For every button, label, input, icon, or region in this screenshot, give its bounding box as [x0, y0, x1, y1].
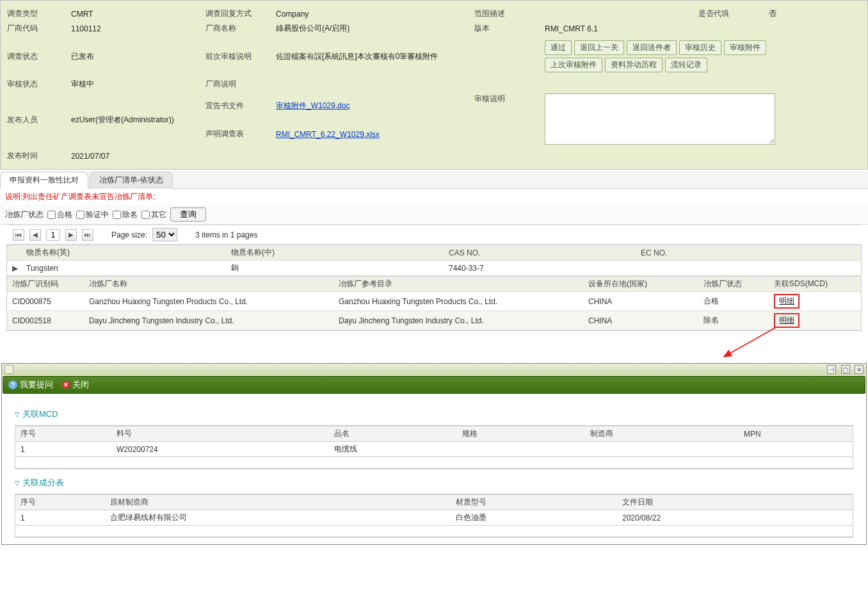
- col-partname: 品名: [329, 426, 457, 442]
- col-mpn: MPN: [739, 426, 853, 442]
- section-comp-title[interactable]: 关联成分表: [15, 477, 853, 489]
- col-maker: 制造商: [585, 426, 739, 442]
- mcd-table: 序号 料号 品名 规格 制造商 MPN 1 W20200724 电缆线: [15, 425, 853, 469]
- col-sds: 关联SDS(MCD): [769, 277, 861, 292]
- col-cas: CAS NO.: [444, 245, 636, 261]
- col-smelter-status: 冶炼厂状态: [698, 277, 769, 292]
- subwin-toolbar: ?我要提问 ✕关闭: [3, 376, 865, 394]
- value-publisher: ezUser(管理者(Administrator)): [71, 115, 199, 125]
- pager: ⏮ ◀ ▶ ⏭ Page size: 50 3 items in 1 pages: [6, 225, 862, 245]
- col-file-date: 文件日期: [617, 495, 853, 510]
- btn-change-history[interactable]: 资料异动历程: [605, 58, 663, 72]
- value-investigation-type: CMRT: [71, 10, 199, 19]
- review-desc-input[interactable]: [545, 93, 775, 145]
- action-buttons: 通过 退回上一关 退回送件者 审核历史 审核附件 上次审核附件 资料异动历程 流…: [545, 40, 820, 72]
- value-vendor-code: 1100112: [71, 24, 199, 33]
- label-investigation-type: 调查类型: [7, 8, 65, 19]
- comp-table: 序号 原材制造商 材质型号 文件日期 1 合肥绿易线材有限公司 白色油墨 202…: [15, 494, 853, 538]
- chk-verifying[interactable]: [76, 211, 84, 219]
- chk-other[interactable]: [141, 211, 150, 219]
- value-substitute: 否: [769, 8, 820, 19]
- value-version: RMI_CMRT 6.1: [545, 24, 692, 33]
- pager-summary: 3 items in 1 pages: [195, 230, 257, 239]
- chk-removed[interactable]: [113, 211, 121, 219]
- substance-grid: 物质名称(英) 物质名称(中) CAS NO. EC NO. ▶ Tungste…: [6, 245, 862, 277]
- pager-page-input[interactable]: [46, 229, 60, 241]
- label-declaration-file: 宣告书文件: [205, 101, 269, 111]
- value-review-status: 审核中: [71, 79, 199, 90]
- label-vendor-name: 厂商名称: [205, 23, 269, 34]
- col-ec: EC NO.: [636, 245, 861, 261]
- label-scope-desc: 范围描述: [474, 8, 538, 19]
- label-vendor-desc: 厂商说明: [205, 79, 269, 90]
- value-publish-time: 2021/07/07: [71, 152, 199, 161]
- label-statement-form: 声明调查表: [205, 129, 269, 140]
- label-publish-time: 发布时间: [7, 150, 65, 161]
- label-publisher: 发布人员: [7, 115, 65, 125]
- col-smelter-name: 冶炼厂名称: [84, 277, 334, 292]
- maximize-icon[interactable]: ▢: [841, 365, 850, 374]
- subwin-titlebar: ⊣ ▢ ✕: [2, 364, 866, 375]
- tab-consistency[interactable]: 申报资料一致性比对: [0, 172, 88, 189]
- row-indicator-icon: ▶: [7, 261, 21, 276]
- close-window-icon[interactable]: ✕: [855, 365, 864, 374]
- note-text: 说明:列出责任矿产调查表未宣告冶炼厂清单;: [0, 189, 868, 205]
- col-raw-maker: 原材制造商: [105, 495, 451, 510]
- pager-next-icon[interactable]: ▶: [65, 229, 77, 241]
- pager-first-icon[interactable]: ⏮: [13, 229, 24, 241]
- btn-last-review-attach[interactable]: 上次审核附件: [545, 58, 602, 72]
- tabs: 申报资料一致性比对 冶炼厂清单-依状态: [0, 171, 868, 189]
- arrow-annotation: [0, 331, 868, 357]
- ask-button[interactable]: ?我要提问: [8, 379, 53, 391]
- link-declaration-file[interactable]: 审核附件_W1029.doc: [276, 101, 350, 110]
- btn-review-attach[interactable]: 审核附件: [724, 40, 766, 55]
- tab-smelter-list[interactable]: 冶炼厂清单-依状态: [90, 172, 173, 189]
- page-size-select[interactable]: 50: [152, 228, 177, 241]
- link-statement-form[interactable]: RMI_CMRT_6.22_W1029.xlsx: [276, 130, 380, 139]
- page-size-label: Page size:: [111, 230, 147, 239]
- chk-qualified[interactable]: [47, 211, 56, 219]
- table-row[interactable]: 1 合肥绿易线材有限公司 白色油墨 2020/08/22: [15, 510, 853, 526]
- col-spec: 规格: [457, 426, 585, 442]
- filter-label: 冶炼厂状态: [5, 209, 44, 220]
- btn-return-sender[interactable]: 退回送件者: [627, 40, 677, 55]
- label-substitute: 是否代填: [698, 8, 762, 19]
- label-version: 版本: [474, 23, 538, 34]
- value-reply-method: Company: [276, 10, 468, 19]
- value-last-review-desc: 佐證檔案有誤[系統訊息]本次審核有0筆審核附件: [276, 51, 468, 62]
- col-material-model: 材质型号: [451, 495, 617, 510]
- pin-icon[interactable]: ⊣: [827, 365, 836, 374]
- detail-link[interactable]: 明细: [779, 296, 794, 305]
- table-row[interactable]: 1 W20200724 电缆线: [15, 442, 853, 457]
- help-icon: ?: [8, 380, 17, 389]
- value-vendor-name: 綠易股份公司(A/启用): [276, 23, 468, 34]
- btn-return-prev[interactable]: 退回上一关: [574, 40, 624, 55]
- detail-subwindow: ⊣ ▢ ✕ ?我要提问 ✕关闭 关联MCD 序号 料号 品名 规格 制造商 MP…: [1, 363, 867, 545]
- label-investigation-status: 调查状态: [7, 51, 65, 62]
- window-icon: [4, 365, 13, 374]
- info-panel: 调查类型 CMRT 调查回复方式 Company 范围描述 是否代填 否 厂商代…: [0, 0, 868, 170]
- smelter-grid: 冶炼厂识别码 冶炼厂名称 冶炼厂参考目录 设备所在地(国家) 冶炼厂状态 关联S…: [6, 277, 862, 331]
- svg-line-0: [724, 328, 775, 357]
- query-button[interactable]: 查询: [170, 207, 206, 222]
- col-smelter-ref: 冶炼厂参考目录: [334, 277, 583, 292]
- detail-link[interactable]: 明细: [779, 316, 794, 325]
- label-vendor-code: 厂商代码: [7, 23, 65, 34]
- close-button[interactable]: ✕关闭: [62, 379, 89, 391]
- col-seq2: 序号: [15, 495, 105, 510]
- btn-review-history[interactable]: 审核历史: [679, 40, 721, 55]
- pager-last-icon[interactable]: ⏭: [82, 229, 93, 241]
- col-substance-cn: 物质名称(中): [226, 245, 444, 261]
- btn-pass[interactable]: 通过: [545, 40, 572, 55]
- table-row[interactable]: ▶ Tungsten 鎢 7440-33-7: [7, 261, 861, 276]
- label-last-review-desc: 前次审核说明: [205, 51, 269, 62]
- close-icon: ✕: [62, 381, 70, 389]
- section-mcd-title[interactable]: 关联MCD: [15, 408, 853, 420]
- label-reply-method: 调查回复方式: [205, 8, 269, 19]
- btn-flow-record[interactable]: 流转记录: [665, 58, 707, 72]
- col-smelter-id: 冶炼厂识别码: [7, 277, 84, 292]
- filter-row: 冶炼厂状态 合格 验证中 除名 其它 查询: [0, 205, 868, 225]
- pager-prev-icon[interactable]: ◀: [29, 229, 41, 241]
- col-substance-en: 物质名称(英): [21, 245, 226, 261]
- table-row[interactable]: CID000875 Ganzhou Huaxing Tungsten Produ…: [7, 292, 861, 311]
